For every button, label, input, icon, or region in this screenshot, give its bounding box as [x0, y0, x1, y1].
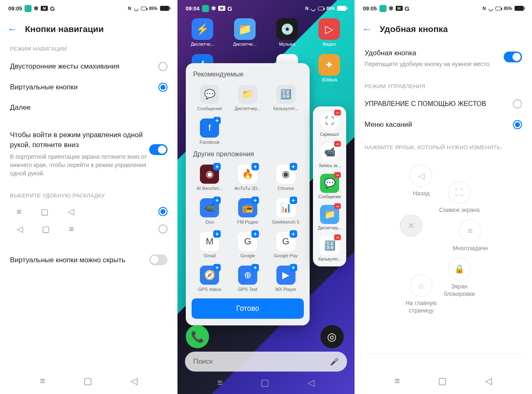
nfc-icon: N	[128, 6, 131, 11]
dock-icon: ⛶−	[320, 111, 339, 131]
add-badge-icon[interactable]: +	[213, 163, 221, 170]
dock-label: Диспетчер...	[318, 226, 342, 230]
radio-off-icon[interactable]	[158, 62, 167, 71]
home-app[interactable]: ⚡Диспетче...	[185, 18, 219, 47]
dock-item[interactable]: ⛶−Скриншот	[316, 111, 343, 137]
radio-on-icon[interactable]	[513, 120, 522, 129]
app-item[interactable]: 📹+Duo	[192, 197, 228, 229]
remove-badge-icon[interactable]: −	[334, 172, 341, 178]
add-badge-icon[interactable]: +	[290, 230, 297, 238]
camera-icon[interactable]: ◎	[320, 325, 344, 348]
app-item[interactable]: G+Google Pay	[268, 230, 304, 262]
remove-badge-icon[interactable]: −	[334, 141, 341, 147]
add-badge-icon[interactable]: +	[290, 197, 297, 204]
mic-icon[interactable]: 🎤	[330, 357, 339, 366]
app-picker-modal: Рекомендуемые 💬Сообщения📁Диспетчер...🔢Ка…	[186, 63, 310, 325]
remove-badge-icon[interactable]: −	[334, 110, 341, 116]
back-icon[interactable]: ◁	[485, 376, 492, 387]
add-badge-icon[interactable]: +	[251, 163, 259, 170]
option-more[interactable]: Далее	[0, 98, 177, 118]
phone-icon[interactable]: 📞	[186, 325, 209, 348]
back-icon[interactable]: ◁	[131, 376, 138, 387]
option-one-handed[interactable]: Чтобы войти в режим управления одной рук…	[0, 124, 177, 183]
app-item[interactable]: ◉+Chrome	[268, 163, 304, 195]
app-item[interactable]: ▶+MX Player	[268, 264, 304, 296]
option-tap-menu[interactable]: Меню касаний	[355, 114, 532, 135]
section-recommended: Рекомендуемые	[192, 70, 304, 83]
app-item[interactable]: 🔥+AnTuTu 3D...	[229, 163, 266, 195]
shortcut-home[interactable]: ⌂ На главную страницу	[400, 274, 442, 314]
app-item[interactable]: ⊕+GPS Test	[229, 264, 266, 296]
layout-option-1[interactable]: ≡▢◁	[0, 203, 177, 220]
app-label: GPS status	[198, 287, 222, 292]
back-icon[interactable]: ←	[362, 23, 372, 35]
dock-item[interactable]: 📁−Диспетчер...	[316, 205, 343, 230]
home-icon[interactable]: ▢	[261, 377, 269, 388]
add-badge-icon[interactable]: +	[213, 197, 221, 204]
app-item[interactable]: M+Gmail	[192, 230, 228, 262]
app-item[interactable]: 📻+FM Радио	[229, 197, 266, 229]
radio-off-icon[interactable]	[513, 99, 522, 108]
remove-badge-icon[interactable]: −	[334, 203, 341, 209]
shortcut-multitask[interactable]: ≡ Многозадачн	[449, 219, 491, 252]
app-item[interactable]: f+Facebook	[192, 117, 228, 149]
recents-icon[interactable]: ≡	[394, 376, 400, 387]
home-app[interactable]: ✦3DMark	[312, 54, 346, 82]
home-app[interactable]: 📁Диспетче...	[228, 18, 262, 47]
dock-item[interactable]: 💬−Сообщения	[316, 174, 343, 199]
recents-icon[interactable]: ≡	[40, 376, 45, 387]
add-badge-icon[interactable]: +	[251, 230, 259, 238]
back-icon[interactable]: ◁	[308, 377, 315, 388]
option-assistive-toggle[interactable]: Удобная кнопка Перетащите удобную кнопку…	[355, 43, 532, 74]
add-badge-icon[interactable]: +	[213, 230, 221, 238]
search-bar[interactable]: Поиск 🎤	[185, 352, 347, 372]
app-item[interactable]: G+Google	[229, 230, 266, 262]
add-badge-icon[interactable]: +	[251, 264, 259, 271]
crop-icon: ⛶	[448, 181, 470, 204]
home-icon[interactable]: ▢	[438, 376, 447, 387]
app-item[interactable]: 📁Диспетчер...	[229, 83, 266, 115]
add-badge-icon[interactable]: +	[290, 163, 297, 170]
app-item[interactable]: ◉+AI Benchm...	[192, 163, 228, 195]
radio-off-icon[interactable]	[158, 224, 167, 234]
section-shortcut: НАЖМИТЕ ЯРЛЫК, КОТОРЫЙ НУЖНО ИЗМЕНИТЬ:	[355, 142, 532, 155]
option-virtual-buttons[interactable]: Виртуальные кнопки	[0, 77, 177, 98]
add-badge-icon[interactable]: +	[213, 264, 221, 271]
option-gesture-control[interactable]: УПРАВЛЕНИЕ С ПОМОЩЬЮ ЖЕСТОВ	[355, 94, 532, 114]
shortcut-close[interactable]: ✕	[390, 214, 432, 237]
toggle-assistive[interactable]	[504, 52, 522, 62]
shortcut-area: ◁ Назад ⛶ Снимок экрана ✕ ≡ Многозадачн …	[367, 163, 520, 337]
home-app[interactable]: 💿Музыка	[270, 18, 304, 47]
system-nav-bar: ≡ ▢ ◁	[0, 370, 177, 394]
recents-icon[interactable]: ≡	[217, 377, 223, 388]
dock-icon: 💬−	[320, 174, 339, 193]
radio-on-icon[interactable]	[158, 83, 167, 92]
app-item[interactable]: 💬Сообщения	[192, 83, 228, 115]
done-button[interactable]: Готово	[192, 298, 304, 319]
remove-badge-icon[interactable]: −	[334, 234, 341, 240]
add-badge-icon[interactable]: +	[251, 197, 259, 204]
app-item[interactable]: 📊+Geekbench 5	[268, 197, 304, 229]
dock-item[interactable]: 🔢−Калькулят...	[316, 236, 343, 261]
toggle-one-handed[interactable]	[149, 144, 167, 155]
shortcut-back[interactable]: ◁ Назад	[400, 165, 442, 197]
back-icon[interactable]: ←	[7, 23, 17, 35]
home-icon[interactable]: ▢	[84, 376, 92, 387]
app-label: Google Pay	[274, 253, 298, 258]
app-item[interactable]: 🔢Калькулят...	[268, 83, 304, 115]
option-hide-buttons[interactable]: Виртуальные кнопки можно скрыть	[0, 249, 177, 271]
home-app[interactable]: ▷Видео	[312, 18, 346, 47]
app-label: Музыка	[279, 42, 295, 47]
home-dock: 📞 ◎	[177, 325, 355, 348]
radio-on-icon[interactable]	[158, 207, 167, 216]
shortcut-lock[interactable]: 🔒 Экран блокировки	[438, 258, 480, 298]
layout-option-2[interactable]: ◁▢≡	[0, 220, 177, 238]
dock-item[interactable]: 📹−Запись эк...	[316, 143, 343, 168]
shortcut-screenshot[interactable]: ⛶ Снимок экрана	[438, 181, 480, 214]
option-gestures[interactable]: Двусторонние жесты смахивания	[0, 56, 177, 77]
add-badge-icon[interactable]: +	[290, 264, 297, 271]
app-item[interactable]: 🧭+GPS status	[192, 264, 228, 296]
add-badge-icon[interactable]: +	[213, 117, 221, 124]
app-label: AnTuTu 3D...	[234, 186, 261, 191]
toggle-hide-buttons[interactable]	[149, 254, 167, 265]
